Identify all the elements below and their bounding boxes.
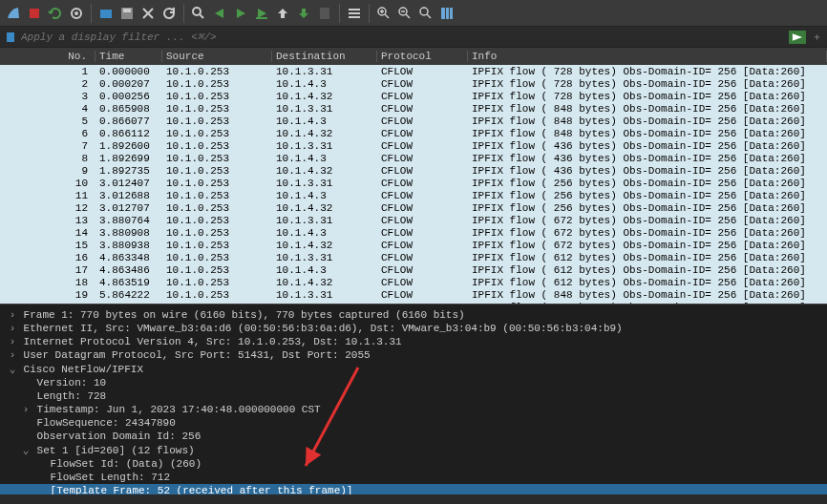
- open-icon[interactable]: [96, 4, 116, 23]
- filter-bar: ＋: [0, 27, 827, 48]
- svg-rect-16: [446, 8, 449, 19]
- table-row[interactable]: 184.86351910.1.0.25310.1.4.32CFLOWIPFIX …: [0, 276, 827, 288]
- add-filter-button[interactable]: ＋: [810, 31, 823, 44]
- table-row[interactable]: 60.86611210.1.0.25310.1.4.32CFLOWIPFIX f…: [0, 127, 827, 139]
- table-row[interactable]: 71.89260010.1.0.25310.1.3.31CFLOWIPFIX f…: [0, 139, 827, 152]
- table-row[interactable]: 164.86334810.1.0.25310.1.3.31CFLOWIPFIX …: [0, 251, 827, 263]
- last-icon[interactable]: [294, 4, 313, 23]
- packet-list-rows[interactable]: 10.00000010.1.0.25310.1.3.31CFLOWIPFIX f…: [0, 65, 827, 304]
- zoom-in-icon[interactable]: [374, 4, 393, 23]
- packet-list-header: No. Time Source Destination Protocol Inf…: [0, 48, 827, 65]
- svg-rect-8: [320, 8, 329, 19]
- reload-icon[interactable]: [159, 4, 179, 23]
- shark-fin-icon[interactable]: [4, 4, 23, 23]
- svg-rect-11: [349, 16, 360, 18]
- close-icon[interactable]: [138, 4, 158, 23]
- first-icon[interactable]: [273, 4, 292, 23]
- col-time[interactable]: Time: [95, 51, 162, 62]
- table-row[interactable]: 195.86422210.1.0.25310.1.3.31CFLOWIPFIX …: [0, 288, 827, 301]
- table-row[interactable]: 10.00000010.1.0.25310.1.3.31CFLOWIPFIX f…: [0, 65, 827, 77]
- tree-row[interactable]: Length: 728: [0, 389, 827, 403]
- svg-rect-18: [7, 32, 14, 42]
- tree-row[interactable]: › User Datagram Protocol, Src Port: 5143…: [0, 348, 827, 362]
- tree-row[interactable]: › Frame 1: 770 bytes on wire (6160 bits)…: [0, 308, 827, 322]
- table-row[interactable]: 20.00020710.1.0.25310.1.4.3CFLOWIPFIX fl…: [0, 77, 827, 90]
- table-row[interactable]: 103.01240710.1.0.25310.1.3.31CFLOWIPFIX …: [0, 177, 827, 189]
- table-row[interactable]: 133.88076410.1.0.25310.1.3.31CFLOWIPFIX …: [0, 214, 827, 226]
- svg-point-2: [74, 11, 78, 15]
- table-row[interactable]: 143.88090810.1.0.25310.1.4.3CFLOWIPFIX f…: [0, 226, 827, 239]
- options-icon[interactable]: [67, 4, 86, 23]
- col-protocol[interactable]: Protocol: [377, 51, 468, 62]
- find-icon[interactable]: [189, 4, 208, 23]
- apply-filter-button[interactable]: [789, 31, 806, 44]
- colorize-icon[interactable]: [345, 4, 364, 23]
- save-icon[interactable]: [117, 4, 137, 23]
- display-filter-input[interactable]: [21, 32, 785, 43]
- svg-rect-3: [100, 10, 112, 18]
- stop-icon[interactable]: [25, 4, 44, 23]
- separator: [183, 4, 184, 23]
- tree-row[interactable]: › Ethernet II, Src: VMware_b3:6a:d6 (00:…: [0, 322, 827, 335]
- table-row[interactable]: 153.88093810.1.0.25310.1.4.32CFLOWIPFIX …: [0, 239, 827, 251]
- svg-point-14: [420, 8, 428, 15]
- tree-row[interactable]: Version: 10: [0, 376, 827, 389]
- tree-row[interactable]: ⌄ Set 1 [id=260] (12 flows): [0, 443, 827, 457]
- packet-details-pane[interactable]: › Frame 1: 770 bytes on wire (6160 bits)…: [0, 304, 827, 494]
- table-row[interactable]: 113.01268810.1.0.25310.1.4.3CFLOWIPFIX f…: [0, 189, 827, 201]
- tree-row[interactable]: ⌄ Cisco NetFlow/IPFIX: [0, 362, 827, 376]
- tree-row[interactable]: Observation Domain Id: 256: [0, 430, 827, 443]
- table-row[interactable]: 123.01270710.1.0.25310.1.4.32CFLOWIPFIX …: [0, 201, 827, 214]
- table-row[interactable]: 205.86437910.1.0.25310.1.4.3CFLOWIPFIX f…: [0, 301, 827, 304]
- svg-rect-5: [123, 9, 131, 12]
- svg-rect-0: [30, 9, 39, 18]
- bookmark-icon[interactable]: [4, 31, 17, 44]
- prev-icon[interactable]: [210, 4, 229, 23]
- col-destination[interactable]: Destination: [272, 51, 377, 62]
- separator: [369, 4, 370, 23]
- col-source[interactable]: Source: [162, 51, 272, 62]
- table-row[interactable]: 50.86607710.1.0.25310.1.4.3CFLOWIPFIX fl…: [0, 115, 827, 127]
- col-no[interactable]: No.: [0, 51, 95, 62]
- table-row[interactable]: 40.86590810.1.0.25310.1.3.31CFLOWIPFIX f…: [0, 102, 827, 115]
- tree-row[interactable]: FlowSequence: 24347890: [0, 416, 827, 430]
- svg-rect-7: [256, 17, 267, 19]
- svg-rect-10: [349, 12, 360, 14]
- col-info[interactable]: Info: [468, 51, 827, 62]
- autoscroll-icon[interactable]: [315, 4, 334, 23]
- tree-row[interactable]: › Timestamp: Jun 1, 2023 17:40:48.000000…: [0, 403, 827, 416]
- resize-columns-icon[interactable]: [437, 4, 456, 23]
- separator: [339, 4, 340, 23]
- svg-point-6: [193, 8, 201, 15]
- tree-row[interactable]: FlowSet Id: (Data) (260): [0, 457, 827, 471]
- tree-row[interactable]: FlowSet Length: 712: [0, 471, 827, 484]
- svg-rect-9: [349, 9, 360, 10]
- table-row[interactable]: 30.00025610.1.0.25310.1.4.32CFLOWIPFIX f…: [0, 90, 827, 102]
- zoom-reset-icon[interactable]: [416, 4, 435, 23]
- zoom-out-icon[interactable]: [395, 4, 414, 23]
- table-row[interactable]: 174.86348610.1.0.25310.1.4.3CFLOWIPFIX f…: [0, 263, 827, 276]
- packet-list-pane: No. Time Source Destination Protocol Inf…: [0, 48, 827, 304]
- tree-row[interactable]: [Template Frame: 52 (received after this…: [0, 484, 827, 494]
- main-toolbar: [0, 0, 827, 27]
- svg-rect-15: [441, 8, 445, 19]
- separator: [91, 4, 92, 23]
- table-row[interactable]: 91.89273510.1.0.25310.1.4.32CFLOWIPFIX f…: [0, 164, 827, 177]
- svg-rect-17: [450, 8, 453, 19]
- tree-row[interactable]: › Internet Protocol Version 4, Src: 10.1…: [0, 335, 827, 348]
- goto-icon[interactable]: [252, 4, 271, 23]
- restart-icon[interactable]: [46, 4, 65, 23]
- table-row[interactable]: 81.89269910.1.0.25310.1.4.3CFLOWIPFIX fl…: [0, 152, 827, 164]
- next-icon[interactable]: [231, 4, 250, 23]
